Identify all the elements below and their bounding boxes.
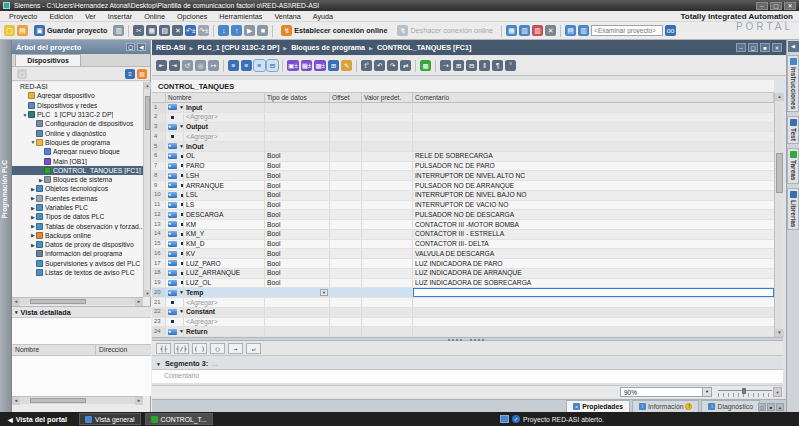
cell-name[interactable]: Temp: [184, 288, 265, 297]
cell-offset[interactable]: [330, 191, 362, 200]
table-row-10[interactable]: 10LSLBoolINTERRUPTOR DE NIVEL BAJO NO: [152, 191, 774, 201]
cell-comment[interactable]: [413, 103, 774, 112]
table-row-9[interactable]: 9ARRANQUEBoolPULSADOR NO DE ARRANQUE: [152, 181, 774, 191]
cell-name[interactable]: LS: [184, 201, 265, 210]
cell-name[interactable]: KM_D: [184, 240, 265, 249]
cell-offset[interactable]: [330, 327, 362, 336]
new-project-icon[interactable]: ▢: [4, 25, 15, 36]
zoom-select[interactable]: 90% ▼: [620, 387, 712, 397]
cell-name[interactable]: InOut: [184, 142, 265, 151]
cell-default-value[interactable]: [362, 123, 413, 132]
cell-type[interactable]: Bool: [265, 249, 330, 258]
cell-comment[interactable]: [413, 132, 774, 141]
cell-default-value[interactable]: [362, 279, 413, 288]
cell-offset[interactable]: [330, 152, 362, 161]
cell-type[interactable]: [265, 103, 330, 112]
tree-fuentes-externas[interactable]: ▶Fuentes externas: [12, 194, 143, 203]
cell-offset[interactable]: [330, 279, 362, 288]
previous-error-icon[interactable]: ↶: [374, 60, 385, 71]
download-to-device-icon[interactable]: ↓: [218, 25, 229, 36]
scroll-thumb[interactable]: [776, 153, 783, 193]
detail-view-hscrollbar[interactable]: ◄ ►: [12, 396, 143, 404]
menu-ayuda[interactable]: Ayuda: [307, 12, 339, 21]
upload-from-device-icon[interactable]: ↑: [231, 25, 242, 36]
cell-offset[interactable]: [330, 132, 362, 141]
collapse-all-rows-icon[interactable]: ≡: [241, 60, 252, 71]
cell-offset[interactable]: [330, 103, 362, 112]
table-row-14[interactable]: 14KM_YBoolCONTACTOR III - ESTRELLA: [152, 230, 774, 240]
menu-opciones[interactable]: Opciones: [171, 12, 213, 21]
tree-red-asi[interactable]: RED-ASI: [12, 82, 143, 91]
cell-offset[interactable]: [330, 240, 362, 249]
cell-type[interactable]: [265, 123, 330, 132]
table-row-15[interactable]: 15KM_DBoolCONTACTOR III- DELTA: [152, 240, 774, 250]
cell-comment[interactable]: RELE DE SOBRECARGA: [413, 152, 774, 161]
start-simulation-icon[interactable]: ▥: [519, 25, 530, 36]
operand-info-icon[interactable]: ▦±: [301, 60, 313, 71]
table-row-5[interactable]: 5▼InOut: [152, 142, 774, 152]
tree-main-ob1[interactable]: Main [OB1]: [12, 156, 143, 165]
go-offline-button[interactable]: ↯Deshacer conexión online: [393, 23, 497, 38]
cell-type[interactable]: [265, 142, 330, 151]
cell-offset[interactable]: [330, 318, 362, 327]
table-row-22[interactable]: 22▼Constant: [152, 308, 774, 318]
cell-default-value[interactable]: [362, 171, 413, 180]
cell-offset[interactable]: [330, 113, 362, 122]
free-comments-icon[interactable]: ⊞: [328, 60, 339, 71]
segment-comment-input[interactable]: Comentario: [152, 370, 783, 384]
cell-name[interactable]: KM_Y: [184, 230, 265, 239]
cell-default-value[interactable]: [362, 210, 413, 219]
scroll-right-icon[interactable]: ►: [135, 397, 143, 405]
cell-default-value[interactable]: [362, 327, 413, 336]
cell-comment[interactable]: [413, 142, 774, 151]
cell-name[interactable]: Constant: [184, 308, 265, 317]
open-branch-icon[interactable]: →: [228, 343, 243, 354]
cell-type[interactable]: [265, 308, 330, 317]
table-row-24[interactable]: 24▼Return: [152, 327, 774, 337]
cell-default-value[interactable]: [362, 308, 413, 317]
add-row-icon[interactable]: ⇥: [169, 60, 180, 71]
cell-type[interactable]: Bool: [265, 162, 330, 171]
float-icon[interactable]: ▢: [748, 43, 758, 52]
cell-type[interactable]: Bool: [265, 152, 330, 161]
start-cpu-icon[interactable]: ▶: [244, 25, 255, 36]
cell-comment[interactable]: LUZ INDICADORA DE ARRANQUE: [413, 269, 774, 278]
portal-view-button[interactable]: ◀ Vista del portal: [0, 415, 75, 424]
cell-default-value[interactable]: [362, 249, 413, 258]
cell-offset[interactable]: [330, 201, 362, 210]
table-row-17[interactable]: 17LUZ_PAROBoolLUZ INDICADORA DE PARO: [152, 259, 774, 269]
tab-tareas[interactable]: Tareas: [787, 148, 799, 183]
table-row-3[interactable]: 3▼Output: [152, 123, 774, 133]
next-error-icon[interactable]: ↷: [387, 60, 398, 71]
table-row-21[interactable]: 21<Agregar>: [152, 298, 774, 308]
close-window-icon[interactable]: ✕: [545, 25, 556, 36]
cell-name[interactable]: PARO: [184, 162, 265, 171]
cell-default-value[interactable]: [362, 181, 413, 190]
scroll-left-icon[interactable]: ◄: [12, 298, 20, 306]
cell-name[interactable]: KV: [184, 249, 265, 258]
tree-plc-1[interactable]: ▼PLC_1 [CPU 313C-2 DP]: [12, 110, 143, 119]
type-dropdown-icon[interactable]: ▼: [320, 289, 328, 296]
copy-icon[interactable]: ▦: [146, 25, 157, 36]
close-all-networks-icon[interactable]: ⊟: [466, 60, 477, 71]
cell-type[interactable]: [265, 113, 330, 122]
cell-name[interactable]: ARRANQUE: [184, 181, 265, 190]
cell-comment[interactable]: [413, 327, 774, 336]
cell-name[interactable]: LSL: [184, 191, 265, 200]
breadcrumb-plc-1-cpu-313c-2-dp[interactable]: PLC_1 [CPU 313C-2 DP]: [197, 43, 279, 52]
cell-default-value[interactable]: [362, 201, 413, 210]
cell-type[interactable]: Bool: [265, 201, 330, 210]
cell-offset[interactable]: [330, 249, 362, 258]
scroll-down-icon[interactable]: ▼: [775, 329, 784, 337]
tree-datos-proxy[interactable]: ▶Datos de proxy de dispositivo: [12, 240, 143, 249]
minimize-icon[interactable]: –: [756, 2, 768, 10]
cell-type[interactable]: Bool: [265, 230, 330, 239]
maximize-icon[interactable]: ■: [767, 403, 775, 411]
pin-panel-icon[interactable]: ▢: [126, 43, 135, 51]
stop-simulation-icon[interactable]: ▥: [532, 25, 543, 36]
table-row-19[interactable]: 19LUZ_OLBoolLUZ INDICADORA DE SOBRECARGA: [152, 279, 774, 289]
float-icon[interactable]: ▢: [758, 403, 766, 411]
go-to-error-icon[interactable]: t°: [361, 60, 372, 71]
tree-bloques-programa[interactable]: ▼Bloques de programa: [12, 138, 143, 147]
tab-informacion[interactable]: iInformación!: [632, 400, 700, 412]
